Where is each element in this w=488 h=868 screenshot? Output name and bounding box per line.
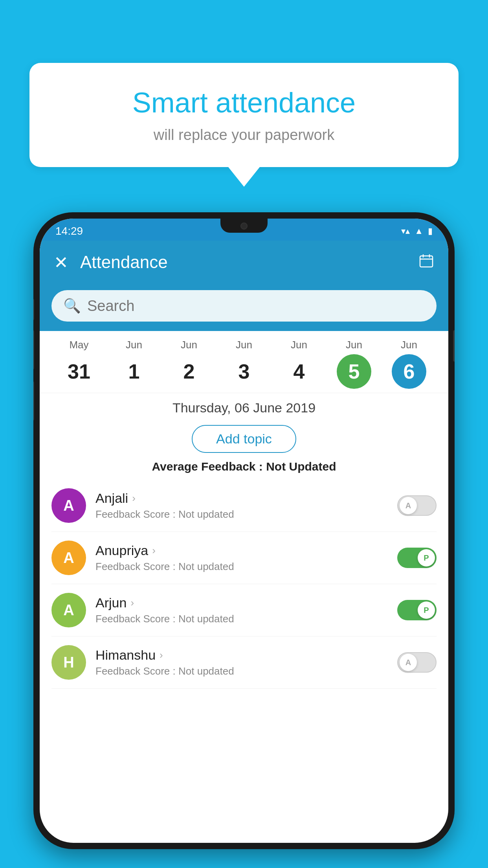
student-name-arjun: Arjun › (95, 595, 388, 611)
attendance-toggle-himanshu[interactable]: A (397, 652, 437, 673)
student-item-anjali[interactable]: A Anjali › Feedback Score : Not updated (51, 480, 437, 532)
student-name-himanshu: Himanshu › (95, 647, 388, 663)
selected-date: Thursday, 06 June 2019 (40, 393, 448, 420)
search-bar-container: 🔍 (40, 284, 448, 331)
avatar-arjun: A (51, 593, 86, 627)
toggle-knob-himanshu: A (400, 654, 417, 671)
calendar-icon[interactable] (418, 253, 434, 272)
phone-screen: 14:29 ▾▴ ▲ ▮ ✕ Attendance (40, 219, 448, 843)
speech-bubble-subtitle: will replace your paperwork (61, 127, 427, 143)
student-info-himanshu: Himanshu › Feedback Score : Not updated (95, 647, 388, 677)
calendar-month-1: Jun (106, 339, 161, 351)
app-bar: ✕ Attendance (40, 241, 448, 284)
notch-camera (240, 223, 248, 230)
avatar-anjali: A (51, 488, 86, 523)
student-feedback-himanshu: Feedback Score : Not updated (95, 665, 388, 677)
app-bar-title: Attendance (80, 252, 407, 272)
calendar-month-6: Jun (382, 339, 437, 351)
toggle-himanshu[interactable]: A (397, 652, 437, 673)
wifi-icon: ▾▴ (401, 226, 410, 236)
attendance-toggle-arjun[interactable]: P (397, 600, 437, 620)
calendar-month-3: Jun (216, 339, 272, 351)
chevron-right-icon: › (130, 597, 134, 609)
battery-icon: ▮ (428, 226, 433, 236)
search-icon: 🔍 (63, 298, 81, 314)
phone-frame: 14:29 ▾▴ ▲ ▮ ✕ Attendance (33, 212, 455, 849)
toggle-knob-arjun: P (418, 601, 435, 619)
chevron-right-icon: › (132, 492, 136, 504)
calendar-day-6[interactable]: Jun 6 (382, 339, 437, 389)
calendar-day-1[interactable]: Jun 1 (106, 339, 161, 389)
calendar-day-4[interactable]: Jun 4 (272, 339, 327, 389)
student-info-arjun: Arjun › Feedback Score : Not updated (95, 595, 388, 625)
calendar-day-2[interactable]: Jun 2 (161, 339, 216, 389)
calendar-month-0: May (51, 339, 106, 351)
calendar-date-0: 31 (62, 354, 96, 389)
toggle-knob-anupriya: P (418, 549, 435, 566)
student-item-himanshu[interactable]: H Himanshu › Feedback Score : Not update… (51, 636, 437, 689)
attendance-toggle-anjali[interactable]: A (397, 495, 437, 516)
calendar-day-0[interactable]: May 31 (51, 339, 106, 389)
toggle-anjali[interactable]: A (397, 495, 437, 516)
calendar-date-1: 1 (117, 354, 151, 389)
speech-bubble-arrow (228, 167, 260, 187)
student-name-anjali: Anjali › (95, 491, 388, 506)
avatar-anupriya: A (51, 541, 86, 575)
speech-bubble-container: Smart attendance will replace your paper… (29, 63, 459, 187)
student-item-anupriya[interactable]: A Anupriya › Feedback Score : Not update… (51, 532, 437, 584)
phone-side-btn-left-2 (33, 330, 34, 370)
speech-bubble-title: Smart attendance (61, 86, 427, 119)
status-time: 14:29 (55, 225, 83, 237)
student-item-arjun[interactable]: A Arjun › Feedback Score : Not updated (51, 584, 437, 636)
average-feedback-label: Average Feedback : Not Updated (40, 460, 448, 473)
toggle-knob-anjali: A (400, 497, 417, 514)
calendar-date-2: 2 (172, 354, 206, 389)
calendar-month-5: Jun (327, 339, 382, 351)
student-list: A Anjali › Feedback Score : Not updated (40, 480, 448, 689)
calendar-month-4: Jun (272, 339, 327, 351)
chevron-right-icon: › (160, 649, 163, 661)
calendar-date-5: 5 (337, 354, 371, 389)
svg-rect-0 (420, 256, 433, 267)
phone-side-btn-left-3 (33, 381, 34, 421)
speech-bubble: Smart attendance will replace your paper… (29, 63, 459, 167)
student-name-anupriya: Anupriya › (95, 543, 388, 558)
calendar-day-5[interactable]: Jun 5 (327, 339, 382, 389)
toggle-anupriya[interactable]: P (397, 548, 437, 568)
add-topic-button[interactable]: Add topic (192, 425, 296, 453)
attendance-toggle-anupriya[interactable]: P (397, 548, 437, 568)
calendar-month-2: Jun (161, 339, 216, 351)
average-feedback-value: Not Updated (266, 460, 336, 473)
screen-content: 14:29 ▾▴ ▲ ▮ ✕ Attendance (40, 219, 448, 843)
student-info-anupriya: Anupriya › Feedback Score : Not updated (95, 543, 388, 573)
average-feedback-text: Average Feedback : (152, 460, 262, 473)
calendar-date-6: 6 (392, 354, 426, 389)
student-feedback-arjun: Feedback Score : Not updated (95, 613, 388, 625)
calendar-strip: May 31 Jun 1 Jun 2 Jun 3 Jun 4 (40, 331, 448, 393)
search-input[interactable] (87, 298, 425, 314)
search-bar[interactable]: 🔍 (51, 290, 437, 322)
phone-side-btn-right (453, 330, 455, 362)
status-icons: ▾▴ ▲ ▮ (401, 226, 433, 236)
signal-icon: ▲ (415, 226, 423, 236)
toggle-arjun[interactable]: P (397, 600, 437, 620)
chevron-right-icon: › (152, 544, 156, 557)
close-button[interactable]: ✕ (54, 252, 68, 272)
phone-side-btn-left-1 (33, 299, 34, 320)
avatar-himanshu: H (51, 645, 86, 680)
calendar-day-3[interactable]: Jun 3 (216, 339, 272, 389)
calendar-date-3: 3 (227, 354, 261, 389)
student-feedback-anupriya: Feedback Score : Not updated (95, 561, 388, 573)
calendar-date-4: 4 (282, 354, 316, 389)
phone-notch (220, 219, 268, 233)
student-feedback-anjali: Feedback Score : Not updated (95, 508, 388, 520)
student-info-anjali: Anjali › Feedback Score : Not updated (95, 491, 388, 520)
